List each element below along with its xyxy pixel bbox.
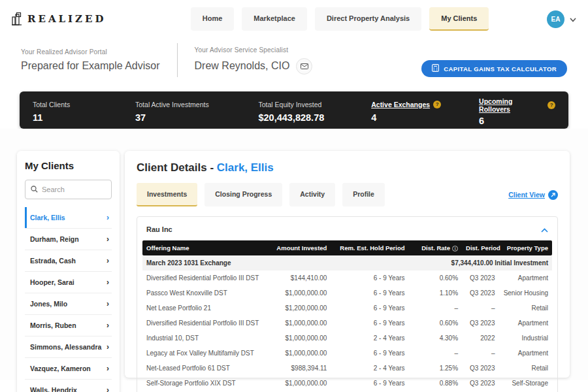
page-title: Client Details - Clark, Ellis [137,161,558,174]
stat-value: 6 [479,116,555,126]
cell-hold-period: 6 - 9 Years [331,376,408,391]
top-nav: REALIZED Home Marketplace Direct Propert… [0,0,588,38]
chevron-down-icon[interactable] [570,13,576,25]
chevron-up-icon[interactable] [541,223,548,235]
cell-property-type: Apartment [498,316,552,331]
cell-dist-rate: – [409,346,463,361]
table-row: Net Lease Portfolio 21 $1,200,000.00 6 -… [142,301,552,316]
stat-item: Active Exchanges ? 4 [371,98,479,123]
group-label: March 2023 1031 Exchange [142,255,331,270]
client-list-item[interactable]: Walls, Hendrix › [25,380,112,392]
chevron-right-icon: › [106,235,109,244]
chevron-right-icon: › [106,256,109,265]
cell-hold-period: 6 - 9 Years [331,346,408,361]
cell-dist-rate: 0.60% [409,316,463,331]
client-view-label: Client View [508,191,545,199]
client-list-item[interactable]: Hooper, Sarai › [25,272,112,293]
table-row: Diversified Residential Portfolio III DS… [142,316,552,331]
nav-tab[interactable]: My Clients [429,7,489,31]
cell-amount-invested: $1,000,000.00 [269,376,331,391]
specialist-label: Your Advisor Service Specialist [195,46,313,54]
cell-amount-invested: $144,410.00 [269,270,331,286]
cell-property-type: Self-Storage [498,376,552,391]
stat-item: Total Active Investments ? 37 [135,98,258,123]
col-dist-rate: Dist. Ratei [409,240,463,255]
cell-dist-rate: 4.30% [409,331,463,346]
calculator-button-label: CAPITAL GAINS TAX CALCULATOR [444,65,557,73]
stat-label-text: Total Clients [33,101,70,108]
client-list-item[interactable]: Morris, Ruben › [25,315,112,336]
client-list-item[interactable]: Vazquez, Kameron › [25,358,112,380]
stat-value: 37 [135,112,258,123]
cell-dist-rate: – [409,301,463,316]
client-name: Simmons, Alessandra [30,343,101,351]
col-dist-period: Dist. Period [462,240,498,255]
chevron-right-icon: › [106,364,109,373]
page-title-prefix: Client Details - [137,161,217,174]
client-list-item[interactable]: Jones, Milo › [25,293,112,315]
cell-amount-invested: $1,000,000.00 [269,331,331,346]
client-list-item[interactable]: Simmons, Alessandra › [25,336,112,358]
nav-tab[interactable]: Home [191,7,235,31]
stat-value: 4 [371,112,479,123]
cell-dist-period: – [462,346,498,361]
client-list-item[interactable]: Durham, Reign › [25,229,112,250]
nav-tab[interactable]: Marketplace [242,7,307,31]
col-property-type: Property Type [498,240,552,255]
info-icon[interactable]: i [452,246,458,252]
calculator-icon [432,64,439,73]
cell-amount-invested: $988,394.11 [269,361,331,376]
cell-amount-invested: $1,200,000.00 [269,301,331,316]
client-name: Vazquez, Kameron [30,365,91,372]
cell-dist-period: Q3 2023 [462,361,498,376]
nav-tab[interactable]: Direct Property Analysis [315,7,421,31]
user-menu[interactable]: EA [517,10,576,28]
stat-label: Total Equity Invested ? [258,101,321,108]
cell-dist-period: Q3 2023 [462,316,498,331]
cell-offering-name: Net-Leased Portfolio 61 DST [142,361,269,376]
client-list-item[interactable]: Estrada, Cash › [25,250,112,272]
client-list: Clark, Ellis › Durham, Reign › Estrada, … [25,207,112,392]
client-view-link[interactable]: Client View [508,190,558,200]
chevron-right-icon: › [106,385,109,392]
cell-hold-period: 2 - 4 Years [331,331,408,346]
sidebar-title: My Clients [25,160,112,171]
specialist-name: Drew Reynolds, CIO [195,60,290,72]
client-list-item[interactable]: Clark, Ellis › [25,207,112,229]
detail-tab[interactable]: Activity [289,183,335,206]
nav-tab-label: Home [203,14,223,22]
cell-offering-name: Diversified Residential Portfolio III DS… [142,270,269,286]
help-icon[interactable]: ? [433,101,441,108]
logo-text: REALIZED [27,13,106,25]
chevron-right-icon: › [106,299,109,308]
cell-property-type: Retail [498,301,552,316]
cell-dist-rate: 1.10% [409,286,463,301]
stat-item: Upcoming Rollovers ? 6 [479,95,555,126]
client-name: Estrada, Cash [30,257,76,265]
detail-tab[interactable]: Investments [137,183,197,206]
client-search[interactable] [25,180,112,199]
cell-hold-period: 6 - 9 Years [331,301,408,316]
cell-dist-rate: 0.88% [409,376,463,391]
email-icon[interactable] [296,58,312,74]
table-header: Offering Name Amount Invested Rem. Est. … [142,240,552,255]
cell-amount-invested: $1,000,000.00 [269,316,331,331]
stat-label-text[interactable]: Active Exchanges [371,101,430,108]
avatar[interactable]: EA [547,10,564,28]
cell-dist-period: Q3 2023 [462,270,498,286]
search-input[interactable] [42,186,101,193]
content-area: My Clients Clark, Ellis › Durham, Reign … [0,129,588,380]
table-row: Self-Storage Portfolio XIX DST $1,000,00… [142,376,552,391]
stat-item: Total Equity Invested ? $20,443,828.78 [258,98,371,123]
client-name: Durham, Reign [30,235,79,243]
stat-label: Total Active Investments ? [135,101,209,108]
stat-value: 11 [33,112,135,123]
chevron-right-icon: › [106,213,109,222]
detail-tab[interactable]: Profile [342,183,385,206]
accordion-header[interactable]: Rau Inc [137,217,557,240]
capital-gains-calculator-button[interactable]: CAPITAL GAINS TAX CALCULATOR [421,60,567,77]
stat-label-text: Total Equity Invested [258,101,321,108]
help-icon[interactable]: ? [547,101,555,109]
stat-label-text[interactable]: Upcoming Rollovers [479,97,544,113]
detail-tab[interactable]: Closing Progress [204,183,282,206]
